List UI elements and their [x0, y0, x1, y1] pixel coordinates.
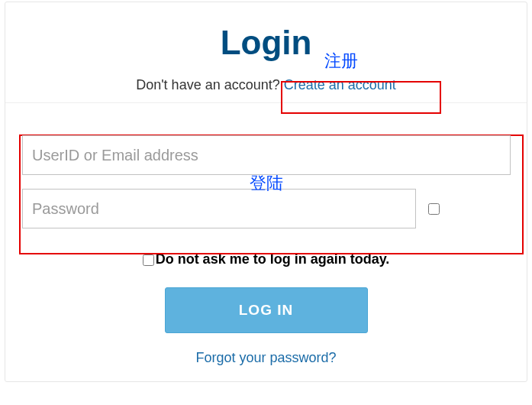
password-input[interactable] [22, 189, 416, 228]
create-account-link[interactable]: Create an account [284, 77, 396, 92]
forgot-password-link[interactable]: Forgot your password? [195, 350, 336, 365]
annotation-register: 注册 [324, 50, 358, 73]
forgot-wrap: Forgot your password? [5, 350, 527, 366]
title-wrap: Login 注册 [5, 24, 527, 62]
login-button-wrap: LOG IN [5, 287, 527, 333]
no-account-text: Don't have an account? [136, 77, 284, 92]
persist-checkbox[interactable] [143, 254, 154, 266]
login-card: Login 注册 Don't have an account? Create a… [5, 2, 527, 382]
persist-row: Do not ask me to log in again today. [5, 251, 527, 267]
persist-label: Do not ask me to log in again today. [156, 251, 390, 267]
divider [5, 102, 527, 103]
row-gap: 登陆 [22, 175, 510, 189]
userid-row [22, 135, 510, 175]
page-title: Login [221, 24, 312, 62]
login-form: 登陆 [5, 135, 527, 228]
show-password-checkbox[interactable] [428, 203, 440, 215]
userid-input[interactable] [22, 135, 511, 175]
login-button[interactable]: LOG IN [165, 287, 368, 333]
annotation-login: 登陆 [250, 172, 283, 195]
create-account-line: Don't have an account? Create an account [5, 77, 527, 93]
